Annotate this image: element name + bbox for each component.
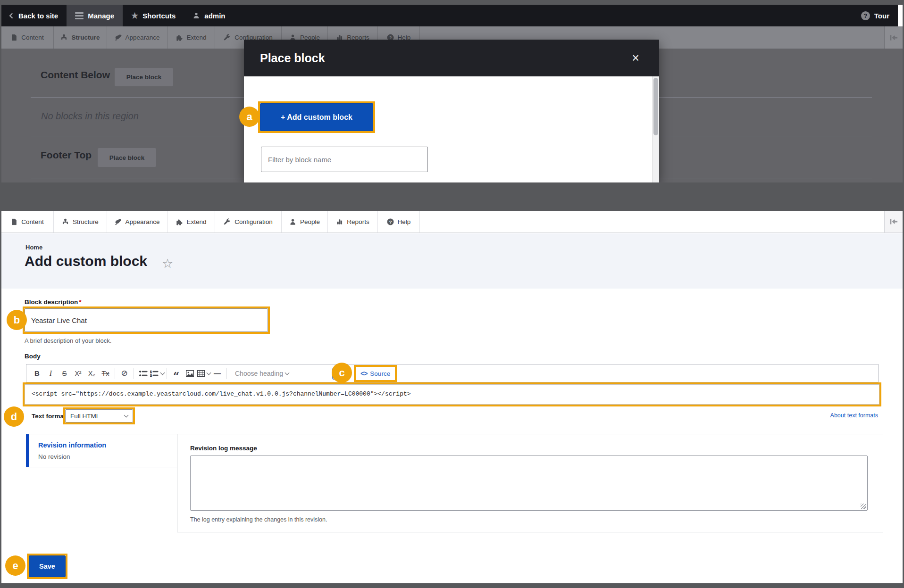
modal-scrollbar[interactable]	[652, 76, 659, 182]
empty-region-text: No blocks in this region	[41, 111, 139, 122]
revision-status: No revision	[38, 453, 70, 460]
chevron-down-icon	[124, 413, 129, 418]
breadcrumb[interactable]: Home	[25, 244, 42, 251]
svg-text:2: 2	[150, 373, 152, 377]
superscript-button[interactable]: X²	[71, 366, 85, 381]
callout-d-badge: d	[4, 406, 24, 427]
back-to-site-label: Back to site	[18, 12, 58, 20]
document-icon	[11, 34, 17, 41]
person-icon	[289, 218, 296, 225]
tab-structure[interactable]: Structure	[54, 26, 107, 49]
highlight-text-format: Full HTML	[63, 407, 135, 424]
chevron-down-icon	[285, 370, 290, 375]
revision-information-tab[interactable]: Revision information No revision	[26, 434, 177, 467]
resize-grip-icon[interactable]	[861, 504, 866, 509]
svg-text:?: ?	[389, 219, 392, 224]
tab-extend[interactable]: Extend	[167, 211, 215, 232]
revision-log-textarea[interactable]	[190, 455, 868, 511]
puzzle-icon	[176, 218, 183, 225]
admin-tabs: Content Structure Appearance Extend Conf…	[1, 211, 903, 233]
tab-content[interactable]: Content	[1, 211, 54, 232]
tab-reports[interactable]: Reports	[328, 211, 378, 232]
block-quote-button[interactable]: “	[169, 366, 183, 381]
remove-format-button[interactable]: Tx	[99, 366, 112, 381]
modal-header: Place block ×	[244, 40, 659, 76]
tab-appearance[interactable]: Appearance	[107, 211, 167, 232]
callout-a-badge: a	[239, 107, 259, 127]
subscript-button[interactable]: X₂	[85, 366, 99, 381]
page-header: Home Add custom block ☆	[1, 233, 903, 289]
save-button[interactable]: Save	[29, 555, 66, 577]
insert-table-button[interactable]	[197, 366, 210, 381]
structure-icon	[62, 218, 69, 225]
tab-people[interactable]: People	[282, 211, 328, 232]
tour-button[interactable]: ? Tour	[853, 5, 898, 26]
tour-label: Tour	[874, 12, 889, 20]
star-icon: ★	[131, 12, 138, 20]
block-description-input[interactable]	[25, 308, 268, 332]
numbered-list-icon: 12	[150, 370, 159, 377]
image-icon	[186, 370, 194, 377]
text-format-label: Text format	[32, 413, 66, 420]
active-tab-indicator	[26, 434, 29, 467]
place-block-modal: Place block × + Add custom block	[244, 40, 659, 182]
paintbrush-icon	[115, 34, 122, 41]
wrench-icon	[224, 34, 231, 41]
collapse-toolbar-button[interactable]	[884, 211, 903, 232]
highlight-add-custom-block: + Add custom block	[258, 101, 375, 133]
tab-extend[interactable]: Extend	[167, 26, 215, 49]
page-title: Add custom block	[25, 253, 147, 269]
text-format-select[interactable]: Full HTML	[65, 409, 133, 422]
back-chevron-icon	[10, 14, 14, 18]
source-code-icon: <>	[360, 370, 367, 377]
bar-chart-icon	[336, 218, 343, 225]
tab-configuration[interactable]: Configuration	[215, 211, 282, 232]
user-icon	[193, 12, 200, 19]
editor-toolbar: B I S X² X₂ Tx ⊘ 12 “ — Choose heading	[26, 364, 879, 382]
modal-body: + Add custom block	[244, 76, 659, 182]
bulleted-list-icon	[139, 370, 148, 377]
italic-button[interactable]: I	[44, 366, 58, 381]
admin-user-label: admin	[204, 12, 225, 20]
vertical-tabs: Revision information No revision Revisio…	[26, 434, 883, 532]
add-custom-block-button[interactable]: + Add custom block	[260, 103, 373, 131]
insert-image-button[interactable]	[183, 366, 197, 381]
manage-menu-item[interactable]: Manage	[67, 5, 123, 26]
tab-appearance[interactable]: Appearance	[107, 26, 167, 49]
region-heading-content-below: Content Below	[41, 69, 110, 81]
close-icon[interactable]: ×	[628, 50, 643, 66]
strikethrough-button[interactable]: S	[58, 366, 71, 381]
admin-toolbar: Back to site Manage ★ Shortcuts admin ? …	[1, 5, 898, 26]
revision-log-help: The log entry explaining the changes in …	[190, 516, 327, 523]
scrollbar-thumb[interactable]	[653, 78, 658, 135]
admin-user-menu-item[interactable]: admin	[184, 5, 234, 26]
block-description-label: Block description*	[25, 298, 82, 306]
collapse-left-icon	[890, 218, 898, 225]
revision-log-label: Revision log message	[190, 445, 257, 452]
chevron-down-icon	[160, 370, 165, 375]
modal-title: Place block	[260, 51, 325, 65]
about-text-formats-link[interactable]: About text formats	[830, 412, 878, 419]
block-description-help: A brief description of your block.	[25, 337, 111, 344]
highlight-source: <> Source	[354, 365, 397, 382]
shortcuts-menu-item[interactable]: ★ Shortcuts	[123, 5, 184, 26]
screenshot-place-block-modal: Back to site Manage ★ Shortcuts admin ? …	[1, 5, 903, 182]
back-to-site-button[interactable]: Back to site	[1, 5, 67, 26]
body-source-editor[interactable]: <script src="https://docs.example.yeasta…	[25, 384, 879, 405]
collapse-toolbar-button[interactable]	[884, 26, 903, 49]
place-block-button-content-below[interactable]: Place block	[115, 68, 173, 86]
tab-help[interactable]: ? Help	[378, 211, 420, 232]
choose-heading-dropdown[interactable]: Choose heading	[229, 370, 294, 377]
bulleted-list-button[interactable]	[136, 366, 150, 381]
bold-button[interactable]: B	[30, 366, 44, 381]
source-button[interactable]: <> Source	[356, 367, 395, 380]
filter-blocks-input[interactable]	[261, 147, 428, 172]
horizontal-line-button[interactable]: —	[210, 366, 224, 381]
tab-content[interactable]: Content	[1, 26, 54, 49]
bookmark-star-icon[interactable]: ☆	[162, 256, 173, 271]
numbered-list-button[interactable]: 12	[150, 366, 164, 381]
manage-label: Manage	[88, 12, 114, 20]
place-block-button-footer-top[interactable]: Place block	[98, 148, 156, 167]
tab-structure[interactable]: Structure	[54, 211, 107, 232]
link-button[interactable]: ⊘	[117, 366, 131, 381]
